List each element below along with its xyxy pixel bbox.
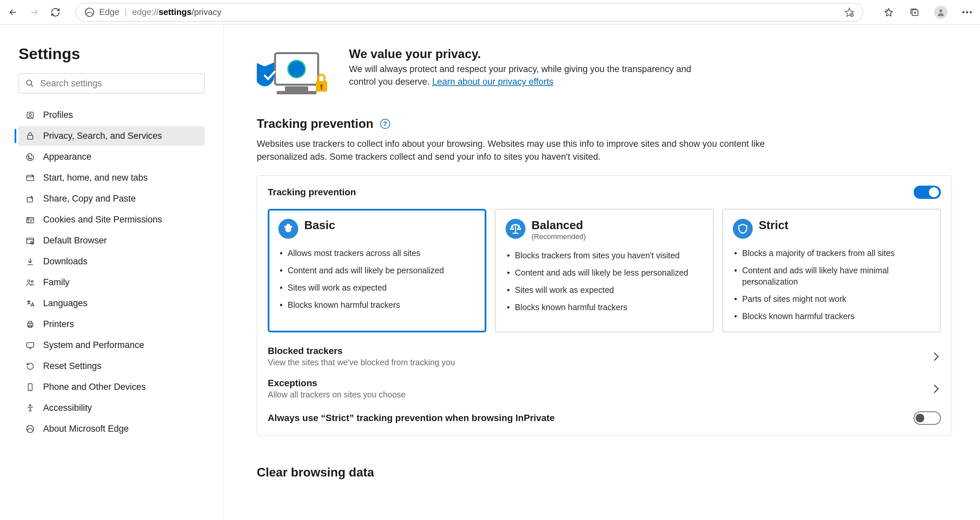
- svg-rect-21: [27, 323, 33, 326]
- sidebar-item-share-copy-and-paste[interactable]: Share, Copy and Paste: [19, 189, 205, 209]
- sidebar-item-reset-settings[interactable]: Reset Settings: [19, 356, 205, 376]
- tracking-description: Websites use trackers to collect info ab…: [257, 137, 794, 163]
- sidebar-item-label: About Microsoft Edge: [43, 424, 129, 434]
- sidebar-item-appearance[interactable]: Appearance: [19, 147, 205, 167]
- option-bullets: Allows most trackers across all sitesCon…: [278, 247, 476, 311]
- privacy-illustration: [257, 47, 333, 97]
- collections-icon: [910, 7, 920, 17]
- privacy-learn-link[interactable]: Learn about our privacy efforts: [432, 77, 554, 87]
- forward-button[interactable]: [28, 6, 40, 19]
- settings-title: Settings: [19, 45, 205, 63]
- sidebar-item-printers[interactable]: Printers: [19, 314, 205, 334]
- tracking-heading-text: Tracking prevention: [257, 117, 374, 131]
- tracking-heading: Tracking prevention ?: [257, 117, 952, 131]
- settings-content: We value your privacy. We will always pr…: [224, 25, 980, 520]
- svg-point-27: [27, 425, 34, 432]
- option-bullet: Content and ads will likely have minimal…: [733, 265, 930, 287]
- refresh-button[interactable]: [49, 6, 62, 19]
- tracking-card-title: Tracking prevention: [268, 187, 356, 198]
- option-title: Strict: [759, 219, 788, 232]
- option-title: Balanced: [531, 219, 586, 232]
- tracking-option-balanced[interactable]: Balanced(Recommended)Blocks trackers fro…: [495, 209, 714, 332]
- more-button[interactable]: [961, 6, 974, 19]
- svg-point-13: [30, 158, 32, 159]
- sidebar-item-downloads[interactable]: Downloads: [19, 252, 205, 271]
- sidebar-item-accessibility[interactable]: Accessibility: [19, 398, 205, 418]
- option-bullet: Allows most trackers across all sites: [278, 247, 476, 259]
- strict-inprivate-row: Always use “Strict” tracking prevention …: [268, 408, 941, 425]
- option-icon: [733, 219, 753, 239]
- address-bar[interactable]: Edge | edge://settings/privacy: [76, 3, 863, 22]
- svg-point-26: [30, 404, 31, 406]
- sidebar-item-privacy-search-and-services[interactable]: Privacy, Search, and Services: [19, 126, 205, 146]
- share-icon: [25, 194, 35, 204]
- address-app-name: Edge: [99, 7, 119, 17]
- profile-avatar[interactable]: [934, 6, 948, 19]
- favorites-button[interactable]: [883, 6, 895, 19]
- refresh-icon: [51, 7, 60, 17]
- system-icon: [25, 340, 35, 350]
- sidebar-item-family[interactable]: Family: [19, 273, 205, 292]
- lock-icon: [25, 131, 35, 141]
- option-icon: [278, 219, 298, 239]
- phone-icon: [25, 382, 35, 392]
- option-title: Basic: [304, 219, 335, 232]
- option-bullet: Content and ads will likely be less pers…: [506, 267, 703, 278]
- sidebar-item-system-and-performance[interactable]: System and Performance: [19, 335, 205, 355]
- sidebar-item-languages[interactable]: Languages: [19, 293, 205, 313]
- back-button[interactable]: [6, 6, 19, 19]
- tracking-master-toggle[interactable]: [914, 186, 941, 199]
- sidebar-item-label: Privacy, Search, and Services: [43, 131, 162, 141]
- svg-rect-30: [277, 91, 317, 94]
- option-bullet: Blocks known harmful trackers: [506, 301, 703, 313]
- address-url-prefix: edge://: [132, 7, 159, 17]
- tracking-option-strict[interactable]: StrictBlocks a majority of trackers from…: [722, 209, 941, 332]
- collections-button[interactable]: [908, 6, 921, 19]
- tracking-option-basic[interactable]: BasicAllows most trackers across all sit…: [268, 209, 486, 332]
- star-icon: [844, 7, 854, 17]
- sidebar-item-start-home-and-new-tabs[interactable]: Start, home, and new tabs: [19, 168, 205, 188]
- exceptions-title: Exceptions: [268, 378, 406, 389]
- exceptions-sub: Allow all trackers on sites you choose: [268, 390, 406, 399]
- sidebar-item-label: Languages: [43, 298, 88, 308]
- svg-rect-29: [285, 86, 308, 91]
- toggle-knob: [916, 414, 924, 423]
- option-bullet: Parts of sites might not work: [733, 293, 930, 305]
- option-bullets: Blocks a majority of trackers from all s…: [733, 247, 930, 322]
- svg-point-9: [29, 113, 32, 116]
- blocked-trackers-title: Blocked trackers: [268, 346, 455, 356]
- default-browser-icon: [25, 236, 35, 246]
- option-bullet: Blocks a majority of trackers from all s…: [733, 247, 930, 259]
- printer-icon: [25, 319, 35, 329]
- blocked-trackers-row[interactable]: Blocked trackers View the sites that we'…: [268, 337, 941, 376]
- sidebar-item-label: Profiles: [43, 110, 73, 120]
- svg-rect-24: [27, 342, 34, 347]
- strict-inprivate-toggle[interactable]: [914, 412, 941, 425]
- sidebar-item-label: Family: [43, 277, 70, 287]
- sidebar-item-label: Appearance: [43, 152, 92, 162]
- favorite-star-button[interactable]: [844, 7, 854, 17]
- sidebar-item-default-browser[interactable]: Default Browser: [19, 231, 205, 250]
- exceptions-row[interactable]: Exceptions Allow all trackers on sites y…: [268, 376, 941, 408]
- option-bullet: Blocks known harmful trackers: [733, 311, 930, 322]
- star-outline-icon: [884, 7, 894, 17]
- sidebar-item-about-microsoft-edge[interactable]: About Microsoft Edge: [19, 419, 205, 439]
- privacy-header: We value your privacy. We will always pr…: [257, 47, 952, 97]
- sidebar-item-label: System and Performance: [43, 340, 144, 350]
- sidebar-item-phone-and-other-devices[interactable]: Phone and Other Devices: [19, 377, 205, 397]
- sidebar-item-cookies-and-site-permissions[interactable]: Cookies and Site Permissions: [19, 210, 205, 230]
- sidebar-item-profiles[interactable]: Profiles: [19, 105, 205, 125]
- svg-point-20: [31, 280, 33, 282]
- privacy-subtitle: We will always protect and respect your …: [349, 63, 701, 88]
- settings-nav-list: ProfilesPrivacy, Search, and ServicesApp…: [19, 105, 205, 439]
- person-icon: [936, 8, 945, 17]
- option-bullet: Sites will work as expected: [506, 284, 703, 295]
- svg-point-19: [27, 279, 30, 282]
- svg-rect-10: [27, 135, 33, 139]
- cookies-icon: [25, 215, 35, 225]
- settings-search[interactable]: [19, 73, 205, 93]
- info-icon[interactable]: ?: [380, 119, 390, 129]
- sidebar-item-label: Default Browser: [43, 235, 107, 246]
- settings-search-input[interactable]: [40, 78, 198, 89]
- sidebar-item-label: Printers: [43, 319, 74, 329]
